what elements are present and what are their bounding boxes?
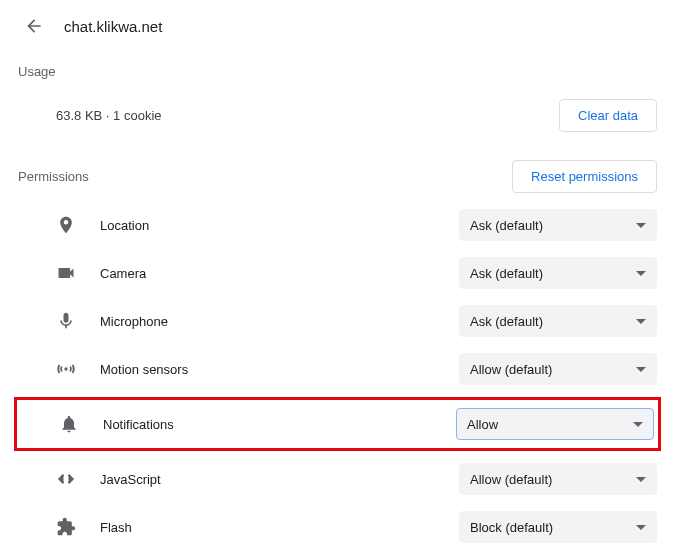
- permission-select-location[interactable]: Ask (default): [459, 209, 657, 241]
- chevron-down-icon: [636, 223, 646, 228]
- chevron-down-icon: [633, 422, 643, 427]
- permission-label: Notifications: [103, 417, 174, 432]
- permission-value: Block (default): [470, 520, 553, 535]
- chevron-down-icon: [636, 477, 646, 482]
- page-header: chat.klikwa.net: [0, 0, 675, 44]
- permission-value: Allow: [467, 417, 498, 432]
- usage-row: 63.8 KB · 1 cookie Clear data: [0, 87, 675, 144]
- usage-text: 63.8 KB · 1 cookie: [56, 108, 162, 123]
- permission-row-camera: Camera Ask (default): [0, 249, 675, 297]
- permission-label: Location: [100, 218, 149, 233]
- site-name: chat.klikwa.net: [64, 18, 162, 35]
- permission-value: Allow (default): [470, 472, 552, 487]
- permission-select-microphone[interactable]: Ask (default): [459, 305, 657, 337]
- chevron-down-icon: [636, 271, 646, 276]
- permission-label: Camera: [100, 266, 146, 281]
- permission-label: Microphone: [100, 314, 168, 329]
- camera-icon: [56, 263, 76, 283]
- usage-section-label: Usage: [0, 44, 675, 87]
- svg-point-0: [64, 367, 67, 370]
- permission-row-microphone: Microphone Ask (default): [0, 297, 675, 345]
- permission-row-flash: Flash Block (default): [0, 503, 675, 551]
- back-arrow-icon[interactable]: [24, 16, 44, 36]
- permission-select-flash[interactable]: Block (default): [459, 511, 657, 543]
- permission-select-javascript[interactable]: Allow (default): [459, 463, 657, 495]
- chevron-down-icon: [636, 525, 646, 530]
- permission-row-javascript: JavaScript Allow (default): [0, 455, 675, 503]
- permission-select-motion-sensors[interactable]: Allow (default): [459, 353, 657, 385]
- permission-label: JavaScript: [100, 472, 161, 487]
- permission-value: Ask (default): [470, 314, 543, 329]
- javascript-icon: [56, 469, 76, 489]
- permission-label: Flash: [100, 520, 132, 535]
- location-icon: [56, 215, 76, 235]
- permission-select-camera[interactable]: Ask (default): [459, 257, 657, 289]
- permission-label: Motion sensors: [100, 362, 188, 377]
- clear-data-button[interactable]: Clear data: [559, 99, 657, 132]
- reset-permissions-button[interactable]: Reset permissions: [512, 160, 657, 193]
- motion-sensors-icon: [56, 359, 76, 379]
- notifications-icon: [59, 414, 79, 434]
- flash-icon: [56, 517, 76, 537]
- permission-row-location: Location Ask (default): [0, 201, 675, 249]
- permission-select-notifications[interactable]: Allow: [456, 408, 654, 440]
- permission-value: Ask (default): [470, 218, 543, 233]
- permission-value: Ask (default): [470, 266, 543, 281]
- permission-row-notifications: Notifications Allow: [17, 400, 658, 448]
- microphone-icon: [56, 311, 76, 331]
- permissions-section-label: Permissions: [18, 169, 89, 184]
- permission-value: Allow (default): [470, 362, 552, 377]
- permissions-header: Permissions Reset permissions: [0, 144, 675, 201]
- chevron-down-icon: [636, 367, 646, 372]
- chevron-down-icon: [636, 319, 646, 324]
- highlight-box: Notifications Allow: [14, 397, 661, 451]
- permission-row-motion-sensors: Motion sensors Allow (default): [0, 345, 675, 393]
